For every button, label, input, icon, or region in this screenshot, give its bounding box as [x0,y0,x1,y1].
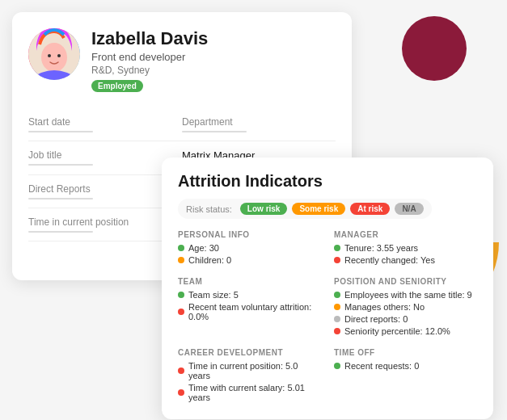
section-title-position-seniority: POSITION AND SENIORITY [334,277,477,286]
section-manager: MANAGER Tenure: 3.55 years Recently chan… [334,230,477,267]
section-career-dev: CAREER DEVELOPMENT Time in current posit… [178,348,321,405]
ind-seniority-percentile: Seniority percentile: 12.0% [334,326,477,336]
status-badge: Employed [91,80,143,92]
ind-team-attrition: Recent team voluntary attrition: 0.0% [178,302,321,321]
dot-time-with-salary [178,389,184,396]
deco-circle [402,16,467,81]
dot-manages-others [334,304,340,310]
risk-badge-at[interactable]: At risk [350,203,390,215]
section-time-off: TIME OFF Recent requests: 0 [334,348,477,405]
dot-age [178,245,184,251]
ind-recently-changed: Recently changed: Yes [334,255,477,265]
ind-time-in-position-text: Time in current position: 5.0 years [188,361,321,380]
risk-status-label: Risk status: [186,204,232,214]
field-label-department: Department [182,116,336,128]
section-position-seniority: POSITION AND SENIORITY Employees with th… [334,277,477,338]
ind-team-size: Team size: 5 [178,290,321,300]
scene: Izabella Davis Front end developer R&D, … [0,0,507,420]
section-title-career-dev: CAREER DEVELOPMENT [178,348,321,357]
field-direct-reports: Direct Reports [28,175,182,208]
dot-team-attrition [178,309,184,315]
field-label-start-date: Start date [28,116,166,128]
field-line-direct-reports [28,198,93,200]
field-line-job-title [28,164,93,166]
dot-direct-reports [334,316,340,322]
ind-age-text: Age: 30 [188,243,219,253]
risk-badge-na[interactable]: N/A [395,203,423,215]
ind-age: Age: 30 [178,243,321,253]
ind-tenure: Tenure: 3.55 years [334,243,477,253]
profile-info: Izabella Davis Front end developer R&D, … [91,28,208,92]
ind-manages-others: Manages others: No [334,302,477,312]
section-personal-info: PERSONAL INFO Age: 30 Children: 0 [178,230,321,267]
dot-children [178,257,184,263]
dot-seniority-percentile [334,328,340,334]
profile-name: Izabella Davis [91,28,208,49]
dot-team-size [178,292,184,298]
field-line-start-date [28,131,93,132]
field-time-in-position: Time in current position [28,208,182,242]
attrition-title: Attrition Indicators [178,172,477,191]
ind-recent-requests: Recent requests: 0 [334,361,477,371]
risk-badge-some[interactable]: Some risk [292,203,345,215]
svg-point-2 [48,54,51,57]
ind-direct-reports: Direct reports: 0 [334,314,477,324]
ind-direct-reports-text: Direct reports: 0 [344,314,408,324]
svg-point-3 [57,54,61,57]
avatar [28,28,80,80]
ind-same-title: Employees with the same title: 9 [334,290,477,300]
svg-point-1 [41,43,67,72]
profile-dept: R&D, Sydney [91,65,208,76]
dot-time-in-position [178,368,184,374]
profile-role: Front end developer [91,51,208,63]
risk-badge-low[interactable]: Low risk [240,203,288,215]
ind-recently-changed-text: Recently changed: Yes [344,255,435,265]
risk-status-row: Risk status: Low risk Some risk At risk … [178,199,432,219]
ind-seniority-percentile-text: Seniority percentile: 12.0% [344,326,450,336]
ind-manages-others-text: Manages others: No [344,302,425,312]
indicators-grid: PERSONAL INFO Age: 30 Children: 0 MANAGE… [178,230,477,405]
ind-children-text: Children: 0 [188,255,231,265]
section-team: TEAM Team size: 5 Recent team voluntary … [178,277,321,338]
ind-recent-requests-text: Recent requests: 0 [344,361,419,371]
field-label-time-in-position: Time in current position [28,216,166,228]
ind-time-in-position: Time in current position: 5.0 years [178,361,321,380]
ind-time-with-salary-text: Time with current salary: 5.01 years [188,383,321,402]
section-title-personal-info: PERSONAL INFO [178,230,321,239]
dot-same-title [334,292,340,298]
dot-tenure [334,245,340,251]
ind-same-title-text: Employees with the same title: 9 [344,290,472,300]
dot-recent-requests [334,363,340,369]
dot-recently-changed [334,257,340,263]
field-line-department [182,131,247,132]
field-line-time-in-position [28,231,93,233]
attrition-panel: Attrition Indicators Risk status: Low ri… [162,158,493,419]
section-title-manager: MANAGER [334,230,477,239]
section-title-team: TEAM [178,277,321,286]
field-label-job-title: Job title [28,149,166,161]
field-department: Department [182,108,336,141]
ind-time-with-salary: Time with current salary: 5.01 years [178,383,321,402]
ind-team-size-text: Team size: 5 [188,290,239,300]
profile-header: Izabella Davis Front end developer R&D, … [28,28,336,92]
field-job-title: Job title [28,141,182,175]
field-label-direct-reports: Direct Reports [28,183,166,195]
field-start-date: Start date [28,108,182,141]
ind-team-attrition-text: Recent team voluntary attrition: 0.0% [188,302,321,321]
section-title-time-off: TIME OFF [334,348,477,357]
ind-tenure-text: Tenure: 3.55 years [344,243,418,253]
ind-children: Children: 0 [178,255,321,265]
